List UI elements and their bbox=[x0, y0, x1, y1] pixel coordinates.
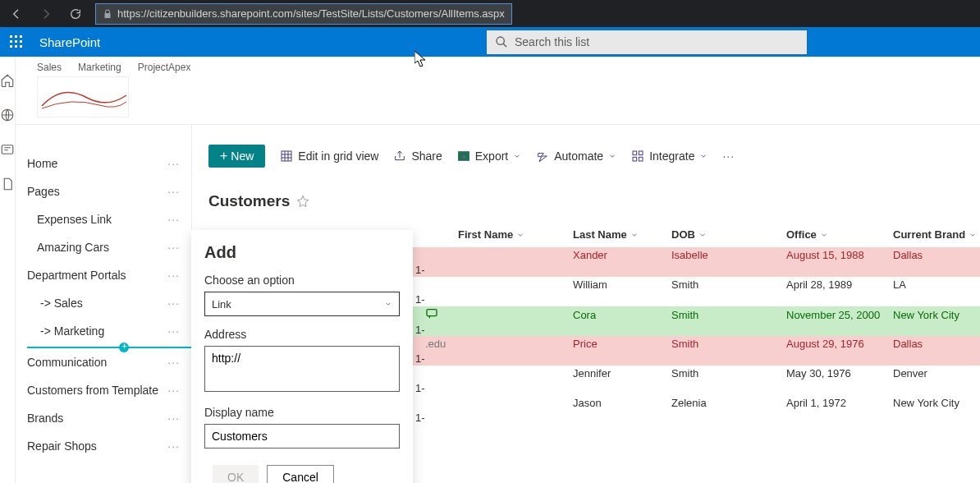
address-bar[interactable]: https://citizenbuilders.sharepoint.com/s… bbox=[95, 3, 512, 25]
chevron-down-icon bbox=[969, 231, 977, 239]
column-header[interactable]: Current Brand bbox=[890, 228, 980, 241]
nav-more-icon[interactable]: ··· bbox=[167, 384, 180, 397]
nav-more-icon[interactable]: ··· bbox=[167, 269, 180, 282]
nav-more-icon[interactable]: ··· bbox=[167, 439, 180, 453]
cell-pl: 1- bbox=[412, 293, 455, 306]
column-header[interactable]: First Name bbox=[455, 228, 570, 241]
display-name-input[interactable] bbox=[204, 424, 400, 448]
nav-more-icon[interactable]: ··· bbox=[167, 185, 180, 198]
home-icon[interactable] bbox=[0, 73, 15, 88]
table-row[interactable]: JenniferSmithMay 30, 1976DenverMazda1- bbox=[412, 366, 980, 395]
share-icon bbox=[393, 150, 406, 163]
svg-rect-15 bbox=[633, 151, 637, 155]
search-box[interactable]: Search this list bbox=[486, 30, 808, 55]
svg-rect-1 bbox=[15, 35, 17, 38]
suite-bar: SharePoint Search this list bbox=[0, 27, 980, 57]
favorite-icon[interactable] bbox=[296, 195, 309, 208]
automate-icon bbox=[536, 150, 549, 163]
globe-icon[interactable] bbox=[0, 108, 15, 122]
table-row[interactable]: WilliamSmithApril 28, 1989LAMazda1- bbox=[412, 277, 980, 306]
hub-nav: Sales Marketing ProjectApex bbox=[37, 62, 980, 73]
table-row[interactable]: CoraSmithNovember 25, 2000New York CityM… bbox=[412, 306, 980, 336]
list-title-row: Customers bbox=[208, 177, 980, 222]
export-button[interactable]: XExport bbox=[457, 150, 521, 163]
cell-dob: August 15, 1988 bbox=[783, 249, 890, 261]
excel-icon: X bbox=[457, 150, 470, 163]
nav-communication[interactable]: Communication··· bbox=[16, 348, 191, 376]
quick-launch: Home··· Pages··· Expenses Link··· Amazin… bbox=[16, 125, 192, 483]
address-input[interactable] bbox=[204, 346, 400, 392]
site-logo[interactable] bbox=[37, 76, 129, 117]
nav-more-icon[interactable]: ··· bbox=[167, 213, 180, 226]
chevron-down-icon bbox=[384, 300, 392, 308]
svg-rect-7 bbox=[15, 45, 17, 48]
nav-more-icon[interactable]: ··· bbox=[167, 241, 180, 254]
svg-rect-16 bbox=[639, 151, 643, 155]
browser-chrome: https://citizenbuilders.sharepoint.com/s… bbox=[0, 0, 980, 27]
cell-dob: November 25, 2000 bbox=[783, 309, 890, 321]
cancel-button[interactable]: Cancel bbox=[267, 465, 334, 483]
cell-pl: 1- bbox=[412, 352, 455, 365]
files-icon[interactable] bbox=[0, 177, 15, 191]
table-row[interactable]: .eduPriceSmithAugust 29, 1976DallasHonda… bbox=[412, 336, 980, 366]
display-name-label: Display name bbox=[204, 406, 400, 419]
table-header: First NameLast NameDOBOfficeCurrent Bran… bbox=[412, 222, 980, 247]
hub-link[interactable]: Sales bbox=[37, 62, 62, 73]
chevron-down-icon bbox=[698, 231, 707, 239]
back-button[interactable] bbox=[5, 2, 28, 25]
hub-link[interactable]: ProjectApex bbox=[138, 62, 191, 73]
nav-customers-from-template[interactable]: Customers from Template··· bbox=[16, 376, 191, 404]
svg-point-9 bbox=[497, 37, 504, 44]
app-launcher-icon[interactable] bbox=[8, 34, 25, 50]
nav-brands[interactable]: Brands··· bbox=[16, 404, 191, 432]
cell-last-name: Smith bbox=[668, 338, 783, 350]
cell-last-name: Isabelle bbox=[668, 249, 783, 261]
automate-button[interactable]: Automate bbox=[536, 150, 616, 163]
panel-title: Add bbox=[204, 243, 400, 262]
nav-more-icon[interactable]: ··· bbox=[167, 412, 180, 425]
column-header[interactable]: DOB bbox=[668, 228, 783, 241]
edit-grid-button[interactable]: Edit in grid view bbox=[280, 150, 378, 163]
share-button[interactable]: Share bbox=[393, 150, 442, 163]
chevron-down-icon bbox=[820, 231, 828, 239]
app-bar bbox=[0, 57, 16, 483]
new-button[interactable]: +New bbox=[208, 145, 265, 168]
nav-more-icon[interactable]: ··· bbox=[167, 356, 180, 369]
cell-office: LA bbox=[890, 278, 980, 291]
cell-pl: 1- bbox=[412, 412, 455, 424]
cell-office: Dallas bbox=[890, 249, 980, 261]
overflow-button[interactable]: ··· bbox=[722, 150, 735, 163]
hub-link[interactable]: Marketing bbox=[78, 62, 121, 73]
nav-more-icon[interactable]: ··· bbox=[167, 157, 180, 170]
svg-rect-5 bbox=[20, 40, 22, 43]
brand-label[interactable]: SharePoint bbox=[39, 35, 100, 49]
nav-pages[interactable]: Pages··· bbox=[16, 177, 191, 205]
nav-home[interactable]: Home··· bbox=[16, 150, 191, 177]
column-header[interactable]: Last Name bbox=[570, 228, 668, 241]
table-row[interactable]: JasonZeleniaApril 1, 1972New York CityMe… bbox=[412, 395, 980, 425]
column-header[interactable]: Office bbox=[783, 228, 890, 241]
nav-more-icon[interactable]: ··· bbox=[167, 324, 180, 338]
cell-first-name: Cora bbox=[570, 309, 668, 321]
forward-button[interactable] bbox=[34, 2, 57, 25]
chevron-down-icon bbox=[699, 152, 708, 160]
svg-rect-8 bbox=[20, 45, 22, 48]
integrate-button[interactable]: Integrate bbox=[631, 150, 708, 163]
cell-last-name: Smith bbox=[668, 367, 783, 380]
nav-expenses-link[interactable]: Expenses Link··· bbox=[16, 205, 191, 233]
cell-office: New York City bbox=[890, 397, 980, 409]
nav-marketing[interactable]: -> Marketing··· bbox=[16, 317, 191, 345]
cell-dob: April 28, 1989 bbox=[783, 278, 890, 291]
news-icon[interactable] bbox=[0, 142, 15, 157]
reload-button[interactable] bbox=[64, 2, 87, 25]
table-row[interactable]: XanderIsabelleAugust 15, 1988DallasHonda… bbox=[412, 247, 980, 277]
chevron-down-icon bbox=[513, 152, 521, 160]
nav-sales[interactable]: -> Sales··· bbox=[16, 289, 191, 317]
nav-department-portals[interactable]: Department Portals··· bbox=[16, 261, 191, 289]
nav-amazing-cars[interactable]: Amazing Cars··· bbox=[16, 233, 191, 261]
search-icon bbox=[495, 35, 508, 48]
choose-option-select[interactable]: Link bbox=[204, 292, 400, 316]
svg-text:X: X bbox=[461, 153, 465, 160]
nav-more-icon[interactable]: ··· bbox=[167, 297, 180, 310]
nav-repair-shops[interactable]: Repair Shops··· bbox=[16, 432, 191, 460]
